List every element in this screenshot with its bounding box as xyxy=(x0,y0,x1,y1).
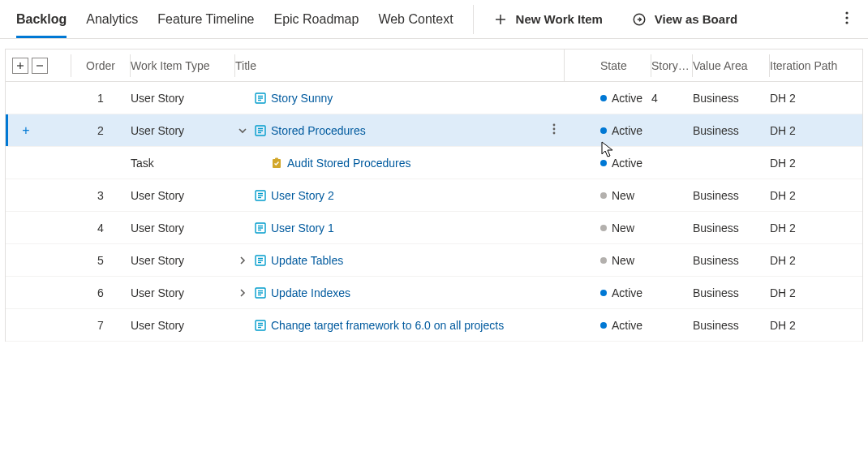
new-work-item-label: New Work Item xyxy=(516,12,603,26)
cell-state: Active xyxy=(565,92,651,105)
chevron-down-icon[interactable] xyxy=(238,126,247,136)
work-item-link[interactable]: User Story 2 xyxy=(271,189,334,202)
user-story-icon xyxy=(255,287,266,299)
cell-iteration-path: DH 2 xyxy=(770,286,849,299)
cell-value-area: Business xyxy=(693,254,769,267)
cell-iteration-path: DH 2 xyxy=(770,124,849,137)
new-work-item-button[interactable]: New Work Item xyxy=(493,12,603,27)
chevron-right-icon[interactable] xyxy=(238,256,247,265)
cell-value-area: Business xyxy=(693,222,769,234)
table-row[interactable]: 4User StoryUser Story 1NewBusinessDH 2 xyxy=(6,212,862,244)
cell-value-area: Business xyxy=(693,189,769,202)
plus-icon xyxy=(16,62,24,70)
table-row[interactable]: 3User StoryUser Story 2NewBusinessDH 2 xyxy=(6,179,862,212)
cell-iteration-path: DH 2 xyxy=(770,254,849,267)
svg-rect-22 xyxy=(275,157,278,160)
tab-feature-timeline[interactable]: Feature Timeline xyxy=(157,0,254,38)
cell-value-area: Business xyxy=(693,319,769,332)
cell-iteration-path: DH 2 xyxy=(770,157,849,170)
column-header-title[interactable]: Title xyxy=(235,59,564,72)
cell-type: User Story xyxy=(131,92,234,105)
work-item-link[interactable]: Update Tables xyxy=(271,254,343,267)
cell-type: User Story xyxy=(131,286,234,299)
tab-analytics[interactable]: Analytics xyxy=(86,0,138,38)
cell-title: Change target framework to 6.0 on all pr… xyxy=(235,319,564,332)
column-header-story[interactable]: Story… xyxy=(651,59,692,72)
user-story-icon xyxy=(255,255,266,266)
column-header-type[interactable]: Work Item Type xyxy=(131,59,234,72)
minus-icon xyxy=(36,62,44,70)
work-item-link[interactable]: Update Indexes xyxy=(271,286,350,299)
cell-type: User Story xyxy=(131,319,234,332)
view-as-board-button[interactable]: View as Board xyxy=(632,12,737,27)
svg-point-6 xyxy=(845,21,848,24)
state-active-dot-icon xyxy=(600,322,607,329)
table-row[interactable]: 7User StoryChange target framework to 6.… xyxy=(6,309,862,342)
work-item-link[interactable]: User Story 1 xyxy=(271,222,334,234)
cell-title: User Story 2 xyxy=(235,189,564,202)
cell-title: Story Sunny xyxy=(235,92,564,105)
column-header-row: Order Work Item Type Title State Story… … xyxy=(6,49,862,82)
table-row[interactable]: 5User StoryUpdate TablesNewBusinessDH 2 xyxy=(6,244,862,277)
cell-value-area: Business xyxy=(693,286,769,299)
more-vertical-icon xyxy=(845,11,849,24)
cell-value-area: Business xyxy=(693,92,769,105)
cell-state: Active xyxy=(565,124,651,137)
cell-iteration-path: DH 2 xyxy=(770,189,849,202)
user-story-icon xyxy=(255,125,266,136)
row-more-button[interactable] xyxy=(552,123,564,137)
svg-point-19 xyxy=(553,128,556,131)
state-active-dot-icon xyxy=(600,160,607,166)
work-item-link[interactable]: Change target framework to 6.0 on all pr… xyxy=(271,319,504,332)
state-new-dot-icon xyxy=(600,257,607,264)
cell-state: Active xyxy=(565,286,651,299)
cell-type: User Story xyxy=(131,124,234,137)
column-header-order[interactable]: Order xyxy=(71,59,130,72)
work-item-link[interactable]: Stored Procedures xyxy=(271,124,366,137)
svg-point-20 xyxy=(553,132,556,135)
column-header-state[interactable]: State xyxy=(565,59,651,72)
column-header-iteration[interactable]: Iteration Path xyxy=(770,59,849,72)
user-story-icon xyxy=(255,92,266,104)
tab-backlog[interactable]: Backlog xyxy=(16,0,67,38)
table-row[interactable]: +2User StoryStored ProceduresActiveBusin… xyxy=(6,114,862,147)
state-active-dot-icon xyxy=(600,127,607,134)
column-header-value-area[interactable]: Value Area xyxy=(693,59,769,72)
cell-order: 3 xyxy=(71,189,130,202)
collapse-all-button[interactable] xyxy=(32,58,48,74)
cell-iteration-path: DH 2 xyxy=(770,319,849,332)
state-active-dot-icon xyxy=(600,95,607,101)
cell-state: New xyxy=(565,189,651,202)
plus-icon xyxy=(493,12,508,27)
cell-title: Audit Stored Procedures xyxy=(235,157,564,170)
cell-title: User Story 1 xyxy=(235,222,564,234)
work-item-link[interactable]: Audit Stored Procedures xyxy=(287,157,411,170)
state-new-dot-icon xyxy=(600,192,607,199)
cell-iteration-path: DH 2 xyxy=(770,222,849,234)
expand-all-button[interactable] xyxy=(12,58,28,74)
cell-value-area: Business xyxy=(693,124,769,137)
cell-type: User Story xyxy=(131,254,234,267)
svg-point-5 xyxy=(845,16,848,19)
cell-iteration-path: DH 2 xyxy=(770,92,849,105)
user-story-icon xyxy=(255,222,266,234)
chevron-right-icon[interactable] xyxy=(238,288,247,298)
user-story-icon xyxy=(255,190,266,201)
work-item-link[interactable]: Story Sunny xyxy=(271,92,333,105)
cell-state: New xyxy=(565,254,651,267)
svg-point-18 xyxy=(553,124,556,127)
cell-order: 4 xyxy=(71,222,130,234)
tab-epic-roadmap[interactable]: Epic Roadmap xyxy=(273,0,359,38)
arrow-circle-right-icon xyxy=(632,12,647,27)
table-row[interactable]: 6User StoryUpdate IndexesActiveBusinessD… xyxy=(6,277,862,309)
add-child-button[interactable]: + xyxy=(19,123,33,138)
more-options-button[interactable] xyxy=(842,8,852,30)
table-row[interactable]: 1User StoryStory SunnyActive4BusinessDH … xyxy=(6,82,862,114)
cell-order: 6 xyxy=(71,286,130,299)
tab-web-context[interactable]: Web Context xyxy=(378,0,453,38)
table-row[interactable]: TaskAudit Stored ProceduresActiveDH 2 xyxy=(6,147,862,179)
state-active-dot-icon xyxy=(600,290,607,296)
user-story-icon xyxy=(255,320,266,331)
cell-story-points: 4 xyxy=(651,92,692,105)
cell-title: Update Tables xyxy=(235,254,564,267)
